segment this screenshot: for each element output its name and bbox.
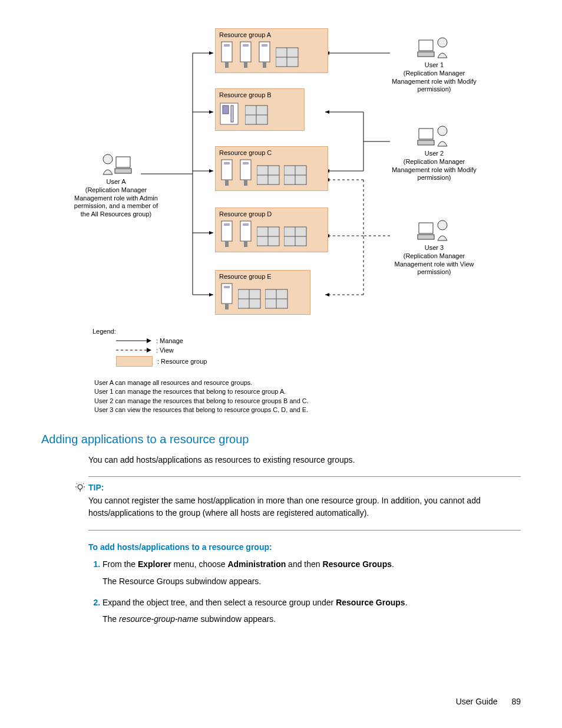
solid-arrow-icon <box>116 337 151 344</box>
server-icon <box>257 41 272 69</box>
divider <box>88 476 521 477</box>
svg-rect-13 <box>223 106 229 114</box>
svg-rect-34 <box>243 223 249 226</box>
svg-rect-4 <box>243 44 249 47</box>
user-3-name: User 3 <box>425 244 444 251</box>
rg-label: Resource group B <box>219 91 300 98</box>
server-icon <box>219 41 234 69</box>
step-2-result: The resource-group-name subwindow appear… <box>103 612 521 625</box>
user-1-desc: (Replication Manager Management role wit… <box>392 70 477 93</box>
user-computer-icon <box>416 124 452 149</box>
svg-line-70 <box>83 483 84 484</box>
svg-rect-1 <box>224 44 230 47</box>
user-2: User 2 (Replication Manager Management r… <box>387 124 481 182</box>
svg-rect-20 <box>225 180 229 186</box>
svg-point-56 <box>438 38 447 47</box>
svg-point-62 <box>438 220 447 230</box>
note-line: User 1 can manage the resources that bel… <box>94 387 521 396</box>
note-line: User 2 can manage the resources that bel… <box>94 397 521 406</box>
svg-point-51 <box>103 154 113 164</box>
storage-icon <box>245 103 269 127</box>
storage-icon <box>257 225 280 248</box>
user-1: User 1 (Replication Manager Management r… <box>387 35 481 94</box>
step-1: From the Explorer menu, choose Administr… <box>103 558 521 588</box>
note-line: User A can manage all resources and reso… <box>94 378 521 387</box>
user-computer-icon <box>416 218 452 243</box>
resource-group-e: Resource group E <box>215 270 310 315</box>
page-number: 89 <box>511 697 521 706</box>
svg-rect-23 <box>244 180 247 186</box>
tip-text: group (where all hosts are registered au… <box>179 508 369 518</box>
svg-rect-43 <box>224 286 230 288</box>
resource-group-a: Resource group A <box>215 28 328 73</box>
resource-group-diagram: Resource group A Resource group B Resour… <box>69 24 493 367</box>
resource-group-b: Resource group B <box>215 88 305 131</box>
note-line: User 3 can view the resources that belon… <box>94 406 521 414</box>
tip-label: TIP: <box>88 483 104 492</box>
user-2-desc: (Replication Manager Management role wit… <box>392 158 477 182</box>
storage-icon <box>238 287 262 311</box>
step-1-result: The Resource Groups subwindow appears. <box>103 575 521 588</box>
svg-rect-53 <box>115 169 131 173</box>
step-2: Expand the object tree, and then select … <box>103 596 521 626</box>
svg-rect-22 <box>243 162 249 164</box>
legend-rg: : Resource group <box>157 358 207 365</box>
storage-icon <box>276 45 299 69</box>
svg-rect-8 <box>263 62 266 68</box>
rack-icon <box>219 101 242 127</box>
svg-rect-19 <box>224 162 230 164</box>
section-heading: Adding applications to a resource group <box>41 433 521 446</box>
server-icon <box>219 159 234 187</box>
svg-rect-44 <box>225 304 229 309</box>
diagram-notes: User A can manage all resources and reso… <box>94 378 521 415</box>
storage-icon <box>257 163 280 187</box>
rg-label: Resource group C <box>219 149 324 156</box>
user-1-name: User 1 <box>425 61 444 68</box>
user-a: User A (Replication Manager Management r… <box>69 152 163 219</box>
svg-rect-54 <box>419 40 433 51</box>
svg-line-69 <box>77 483 77 484</box>
legend-manage: : Manage <box>156 337 183 344</box>
tip-block: TIP: You cannot register the same host/a… <box>88 483 521 519</box>
svg-rect-58 <box>418 140 434 145</box>
dashed-arrow-icon <box>116 347 151 354</box>
svg-rect-52 <box>116 157 130 167</box>
svg-rect-14 <box>231 106 233 122</box>
svg-rect-32 <box>225 241 229 247</box>
server-icon <box>238 159 253 187</box>
svg-rect-55 <box>418 52 434 57</box>
user-2-name: User 2 <box>425 150 444 157</box>
procedure-steps: From the Explorer menu, choose Administr… <box>88 558 521 626</box>
svg-rect-2 <box>225 62 229 68</box>
user-a-desc: (Replication Manager Management role wit… <box>74 186 158 218</box>
storage-icon <box>284 225 308 248</box>
svg-rect-61 <box>418 235 434 239</box>
server-icon <box>219 220 234 248</box>
resource-group-swatch <box>116 356 153 367</box>
legend-view: : View <box>156 347 174 354</box>
legend-title: Legend: <box>92 328 493 335</box>
svg-point-65 <box>78 485 82 489</box>
user-3-desc: (Replication Manager Management role wit… <box>395 252 474 276</box>
server-icon <box>238 220 253 248</box>
legend: Legend: : Manage : View : Resource group <box>92 328 493 367</box>
svg-rect-5 <box>244 62 247 68</box>
resource-group-c: Resource group C <box>215 146 328 191</box>
footer-title: User Guide <box>456 697 498 706</box>
svg-rect-31 <box>224 223 230 226</box>
svg-point-59 <box>438 126 447 136</box>
section-intro: You can add hosts/applications as resour… <box>88 454 521 466</box>
svg-rect-60 <box>419 223 433 233</box>
svg-rect-57 <box>419 129 433 139</box>
rg-label: Resource group A <box>219 31 324 38</box>
rg-label: Resource group E <box>219 273 306 280</box>
user-computer-icon <box>416 35 452 60</box>
tip-icon <box>75 483 85 492</box>
storage-icon <box>284 163 308 187</box>
svg-rect-35 <box>244 241 247 247</box>
user-computer-icon <box>98 152 134 177</box>
server-icon <box>238 41 253 69</box>
procedure-heading: To add hosts/applications to a resource … <box>88 542 521 552</box>
rg-label: Resource group D <box>219 210 324 218</box>
svg-rect-7 <box>262 44 267 47</box>
